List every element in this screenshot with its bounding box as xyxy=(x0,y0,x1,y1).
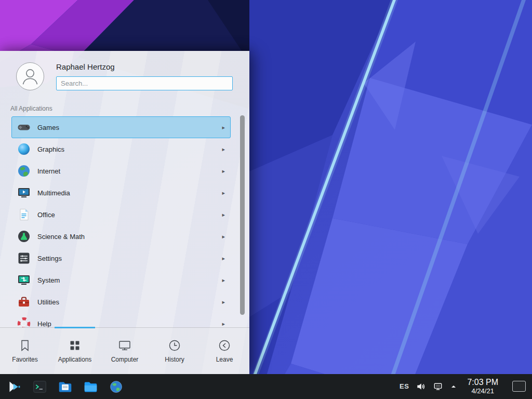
taskbar-app-icons xyxy=(4,378,125,395)
category-label: Help xyxy=(37,320,215,328)
gamepad-icon xyxy=(17,121,31,134)
launcher-tab-bar: FavoritesApplicationsComputerHistoryLeav… xyxy=(0,327,249,374)
help-buoy-icon xyxy=(17,317,31,327)
show-desktop-button[interactable] xyxy=(512,381,526,392)
submenu-arrow-icon: ▸ xyxy=(222,233,225,240)
taskbar: ES 7:03 PM 4/24/21 xyxy=(0,374,532,399)
category-label: Utilities xyxy=(37,298,215,306)
system-tray: ES 7:03 PM 4/24/21 xyxy=(400,378,528,395)
toolbox-icon xyxy=(17,295,31,309)
category-label: Multimedia xyxy=(37,189,215,197)
document-icon xyxy=(17,208,31,221)
volume-icon[interactable] xyxy=(416,381,426,392)
history-clock-icon xyxy=(168,339,181,352)
user-icon xyxy=(19,65,42,88)
application-launcher-menu: Raphael Hertzog All Applications Games▸G… xyxy=(0,51,249,374)
category-item-science-math[interactable]: Science & Math▸ xyxy=(11,225,231,247)
tab-label: Favorites xyxy=(12,356,37,363)
tab-label: History xyxy=(165,356,184,363)
bookmark-icon xyxy=(18,339,32,352)
tab-leave[interactable]: Leave xyxy=(200,328,249,374)
category-item-internet[interactable]: Internet▸ xyxy=(11,160,231,182)
category-item-system[interactable]: System▸ xyxy=(11,269,231,291)
computer-icon xyxy=(118,339,131,352)
scrollbar[interactable] xyxy=(240,115,245,315)
tab-label: Computer xyxy=(111,356,139,363)
category-item-settings[interactable]: Settings▸ xyxy=(11,247,231,269)
clock-date: 4/24/21 xyxy=(472,388,494,395)
tab-computer[interactable]: Computer xyxy=(100,328,150,374)
category-item-graphics[interactable]: Graphics▸ xyxy=(11,138,231,160)
category-item-help[interactable]: Help▸ xyxy=(11,313,231,327)
category-item-office[interactable]: Office▸ xyxy=(11,204,231,225)
tab-label: Leave xyxy=(216,356,233,363)
category-list: Games▸Graphics▸Internet▸Multimedia▸Offic… xyxy=(0,116,249,327)
tab-favorites[interactable]: Favorites xyxy=(0,328,50,374)
scrollbar-thumb[interactable] xyxy=(240,115,245,315)
system-monitor-icon xyxy=(17,273,31,287)
submenu-arrow-icon: ▸ xyxy=(222,277,225,284)
submenu-arrow-icon: ▸ xyxy=(222,124,225,131)
globe-icon xyxy=(17,164,31,178)
settings-sliders-icon xyxy=(17,251,31,265)
submenu-arrow-icon: ▸ xyxy=(222,168,225,175)
category-label: Office xyxy=(37,211,215,219)
keyboard-layout-indicator[interactable]: ES xyxy=(400,382,409,390)
submenu-arrow-icon: ▸ xyxy=(222,299,225,305)
tab-label: Applications xyxy=(58,356,92,363)
file-manager-icon[interactable] xyxy=(56,378,74,395)
tab-applications[interactable]: Applications xyxy=(50,328,100,374)
category-label: Settings xyxy=(37,255,215,262)
submenu-arrow-icon: ▸ xyxy=(222,190,225,196)
submenu-arrow-icon: ▸ xyxy=(222,255,225,262)
category-label: System xyxy=(37,276,215,284)
app-grid-icon xyxy=(68,339,82,352)
multimedia-icon xyxy=(17,186,31,200)
user-name: Raphael Hertzog xyxy=(56,62,115,71)
science-flask-icon xyxy=(17,230,31,243)
clock-widget[interactable]: 7:03 PM 4/24/21 xyxy=(467,378,498,395)
submenu-arrow-icon: ▸ xyxy=(222,211,225,218)
submenu-arrow-icon: ▸ xyxy=(222,146,225,153)
clock-time: 7:03 PM xyxy=(467,378,498,387)
leave-icon xyxy=(218,339,231,352)
search-input[interactable] xyxy=(56,76,233,90)
web-browser-icon[interactable] xyxy=(107,378,125,395)
category-item-games[interactable]: Games▸ xyxy=(11,116,231,138)
terminal-icon[interactable] xyxy=(31,378,48,395)
category-item-multimedia[interactable]: Multimedia▸ xyxy=(11,182,231,204)
user-avatar[interactable] xyxy=(16,62,44,90)
folder-icon[interactable] xyxy=(82,378,99,395)
launcher-header: Raphael Hertzog xyxy=(0,51,249,97)
category-label: Science & Math xyxy=(37,233,215,241)
category-label: Graphics xyxy=(37,145,215,153)
expand-tray-icon[interactable] xyxy=(450,383,457,390)
section-label: All Applications xyxy=(10,105,249,112)
category-label: Games xyxy=(37,124,215,131)
tab-history[interactable]: History xyxy=(150,328,200,374)
category-label: Internet xyxy=(37,167,215,175)
network-icon[interactable] xyxy=(433,381,443,392)
category-item-utilities[interactable]: Utilities▸ xyxy=(11,291,231,313)
graphics-sphere-icon xyxy=(17,142,31,156)
app-launcher-icon[interactable] xyxy=(5,378,23,395)
submenu-arrow-icon: ▸ xyxy=(222,321,225,327)
